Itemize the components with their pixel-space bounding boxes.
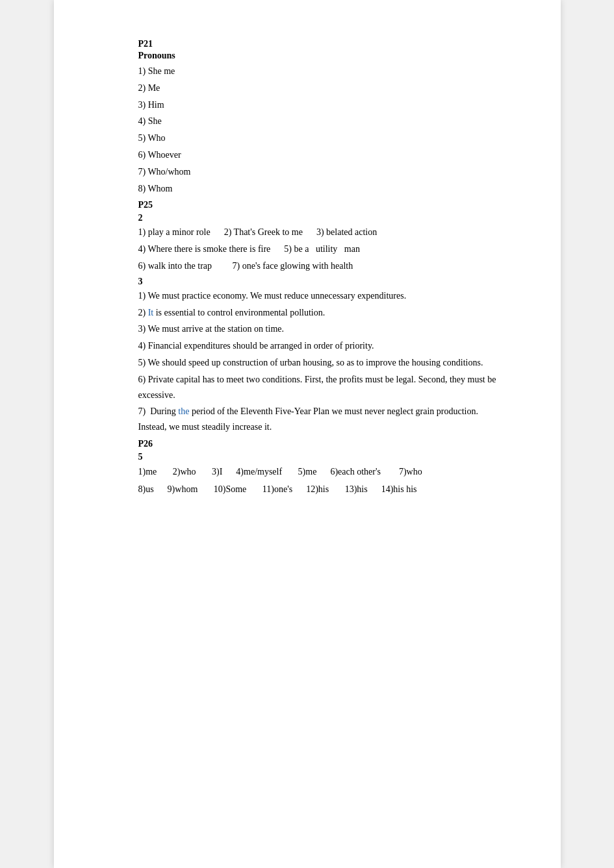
blue-text-1: It	[148, 308, 154, 317]
p26-5-row-2: 8)us 9)whom 10)Some 11)one's 12)his 13)h…	[138, 481, 509, 497]
p21-item-2: 2) Me	[138, 81, 509, 96]
p25-3-line-5: 5) We should speed up construction of ur…	[138, 355, 509, 371]
p21-title: P21	[138, 39, 509, 49]
p25-3-line-2: 2) It is essential to control environmen…	[138, 305, 509, 321]
p25-section: P25 2 1) play a minor role 2) That's Gre…	[138, 200, 509, 435]
p25-3-line-4: 4) Financial expenditures should be arra…	[138, 338, 509, 354]
p21-item-6: 6) Whoever	[138, 147, 509, 163]
p21-section: P21 Pronouns 1) She me 2) Me 3) Him 4) S…	[138, 39, 509, 196]
p25-3-line-6: 6) Private capital has to meet two condi…	[138, 372, 509, 403]
p26-section: P26 5 1)me 2)who 3)I 4)me/myself 5)me 6)…	[138, 439, 509, 497]
p21-item-3: 3) Him	[138, 97, 509, 113]
p21-item-8: 8) Whom	[138, 181, 509, 197]
p25-2-line-2: 4) Where there is smoke there is fire 5)…	[138, 242, 509, 257]
p21-item-1: 1) She me	[138, 64, 509, 79]
p21-item-4: 4) She	[138, 114, 509, 129]
p25-3-line-3: 3) We must arrive at the station on time…	[138, 321, 509, 337]
section-number-5: 5	[138, 452, 509, 462]
p26-title: P26	[138, 439, 509, 449]
p26-5-row-1: 1)me 2)who 3)I 4)me/myself 5)me 6)each o…	[138, 464, 509, 480]
p25-3-line-1: 1) We must practice economy. We must red…	[138, 288, 509, 304]
blue-text-2: the	[178, 406, 189, 416]
p21-item-5: 5) Who	[138, 130, 509, 146]
p25-2-line-1: 1) play a minor role 2) That's Greek to …	[138, 225, 509, 240]
pronouns-subtitle: Pronouns	[138, 51, 509, 61]
p25-title: P25	[138, 200, 509, 210]
p25-3-line-7: 7) During the period of the Eleventh Fiv…	[138, 404, 509, 435]
section-number-2: 2	[138, 213, 509, 223]
page: P21 Pronouns 1) She me 2) Me 3) Him 4) S…	[54, 0, 561, 868]
section-number-3: 3	[138, 277, 509, 287]
p25-2-line-3: 6) walk into the trap 7) one's face glow…	[138, 258, 509, 274]
p21-item-7: 7) Who/whom	[138, 164, 509, 180]
